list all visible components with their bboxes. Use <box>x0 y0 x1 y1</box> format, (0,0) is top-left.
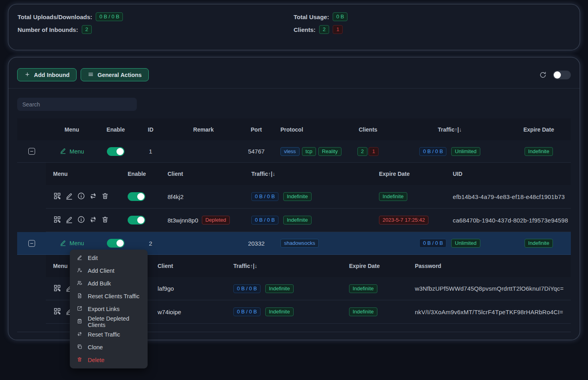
menu-item-label: Delete Depleted Clients <box>88 315 141 328</box>
traffic-limit-badge: Unlimited <box>451 147 480 156</box>
stat-number-of-inbounds: Number of Inbounds: 2 <box>18 24 294 35</box>
collapse-icon[interactable] <box>28 148 35 155</box>
add-inbound-label: Add Inbound <box>34 72 69 78</box>
traffic-badge: 0 B / 0 B <box>233 284 260 293</box>
client-password: w3NfbzUPf5WWd745Q8pvsmQrdrttT2lO6knuI7Di… <box>415 285 571 292</box>
client-enable-toggle[interactable] <box>128 216 145 224</box>
client-traffic-cell: 0 B / 0 B Indefinite <box>233 284 349 293</box>
client-name: w74ioipe <box>158 309 233 315</box>
delete-icon[interactable] <box>101 215 109 225</box>
protocol-tag: vless <box>280 147 300 156</box>
menu-item-reset-clients-traffic[interactable]: Reset Clients Traffic <box>70 290 148 303</box>
toggle-knob <box>137 193 144 200</box>
edit-icon[interactable] <box>65 192 73 201</box>
toolbar-divider <box>8 88 580 89</box>
qrcode-icon[interactable] <box>53 284 61 293</box>
client-uid: efb14b43-4a79-4e83-ef18-e48cf1901b73 <box>453 193 571 200</box>
traffic-badge: 0 B / 0 B <box>419 239 446 248</box>
stat-label: Total Usage: <box>294 14 329 20</box>
header-traffic[interactable]: Traffic↑|↓ <box>251 171 379 177</box>
inbound-enable-toggle[interactable] <box>107 147 124 156</box>
header-client: Client <box>168 171 251 177</box>
client-traffic-cell: 0 B / 0 B Indefinite <box>251 192 379 201</box>
stats-card: Total Uploads/Downloads: 0 B / 0 B Total… <box>8 4 580 50</box>
stat-total-uploads-downloads: Total Uploads/Downloads: 0 B / 0 B <box>18 11 294 23</box>
stats-grid: Total Uploads/Downloads: 0 B / 0 B Total… <box>8 4 580 35</box>
menu-item-delete[interactable]: Delete <box>70 354 148 366</box>
menu-item-label: Add Bulk <box>88 280 111 287</box>
traffic-cell: 0 B / 0 B Unlimited <box>393 239 507 248</box>
toolbar: Add Inbound General Actions <box>17 68 571 81</box>
traffic-badge: 0 B / 0 B <box>251 216 278 224</box>
refresh-icon[interactable] <box>539 71 547 79</box>
info-icon[interactable] <box>77 215 85 225</box>
edit-icon[interactable] <box>65 215 73 225</box>
inbound-id: 1 <box>134 148 168 155</box>
general-actions-button[interactable]: General Actions <box>81 68 149 81</box>
menu-item-delete-depleted-clients[interactable]: Delete Depleted Clients <box>70 315 148 328</box>
edit-icon <box>77 254 83 262</box>
inbound-menu-label: Menu <box>69 148 84 155</box>
expire-badge: Indefinite <box>349 307 377 316</box>
header-menu: Menu <box>46 126 98 133</box>
menu-item-reset-traffic[interactable]: Reset Traffic <box>70 328 148 341</box>
stat-usage-badge: 0 B <box>333 12 348 21</box>
header-traffic[interactable]: Traffic↑|↓ <box>233 263 349 269</box>
header-expire-date: Expire Date <box>379 171 453 177</box>
delete-icon <box>77 356 83 364</box>
reset-traffic-icon[interactable] <box>89 192 97 201</box>
search-input[interactable] <box>17 98 137 111</box>
menu-item-add-bulk[interactable]: Add Bulk <box>70 277 148 290</box>
depleted-badge: Depleted <box>202 216 230 224</box>
menu-item-add-client[interactable]: Add Client <box>70 264 148 277</box>
inbound-enable-toggle[interactable] <box>107 239 124 248</box>
protocol-tag: shadowsocks <box>280 239 319 248</box>
menu-item-label: Clone <box>88 344 103 350</box>
toggle-knob <box>116 148 124 155</box>
autorefresh-toggle[interactable] <box>553 71 571 79</box>
traffic-total-badge: Indefinite <box>265 307 294 316</box>
clients-depleted-badge: 1 <box>369 147 379 156</box>
inbound-row-1[interactable]: Menu 1 54767 vless tcp Reality 2 1 0 B /… <box>17 140 571 163</box>
general-actions-label: General Actions <box>97 72 142 78</box>
stat-clients: Clients: 2 1 <box>294 24 580 35</box>
usergroup-add-icon <box>77 280 83 287</box>
traffic-limit-badge: Unlimited <box>451 239 480 248</box>
traffic-cell: 0 B / 0 B Unlimited <box>393 147 507 156</box>
inbound-menu-trigger[interactable]: Menu <box>46 147 98 156</box>
info-icon[interactable] <box>77 192 85 201</box>
network-tag: tcp <box>302 147 316 156</box>
menu-item-export-links[interactable]: Export Links <box>70 303 148 315</box>
export-icon <box>77 305 83 313</box>
inbound-port: 20332 <box>239 240 273 247</box>
protocol-tags: vless tcp Reality <box>273 147 343 156</box>
client-enable-toggle[interactable] <box>128 192 145 201</box>
collapse-icon[interactable] <box>28 240 35 247</box>
client-traffic-cell: 0 B / 0 B Indefinite <box>251 216 379 224</box>
client-row: 8f4kj2 0 B / 0 B Indefinite Indefinite e… <box>46 185 571 209</box>
sync-icon <box>77 331 83 338</box>
qrcode-icon[interactable] <box>53 192 61 201</box>
qrcode-icon[interactable] <box>53 307 61 317</box>
delete-icon[interactable] <box>101 192 109 201</box>
expire-badge: Indefinite <box>525 239 553 248</box>
edit-icon <box>59 147 67 156</box>
clone-icon <box>77 344 83 351</box>
reset-traffic-icon[interactable] <box>89 215 97 225</box>
header-password: Password <box>415 263 571 269</box>
add-inbound-button[interactable]: Add Inbound <box>17 68 77 81</box>
expire-badge: 2023-5-7 17:25:42 <box>379 216 428 224</box>
qrcode-icon[interactable] <box>53 215 61 225</box>
menu-item-clone[interactable]: Clone <box>70 341 148 354</box>
stat-label: Clients: <box>294 26 316 33</box>
inbound-menu-trigger[interactable]: Menu <box>46 239 98 248</box>
client-name: laf9go <box>158 285 233 292</box>
client-row: 8t3wjnn8p0 Depleted 0 B / 0 B Indefinite… <box>46 209 571 232</box>
header-protocol: Protocol <box>273 126 343 133</box>
menu-item-edit[interactable]: Edit <box>70 252 148 264</box>
toggle-knob <box>116 240 124 247</box>
header-traffic[interactable]: Traffic↑|↓ <box>393 126 507 133</box>
menu-item-label: Add Client <box>88 268 114 274</box>
header-expire-date: Expire Date <box>507 126 571 133</box>
file-reset-icon <box>77 293 83 300</box>
